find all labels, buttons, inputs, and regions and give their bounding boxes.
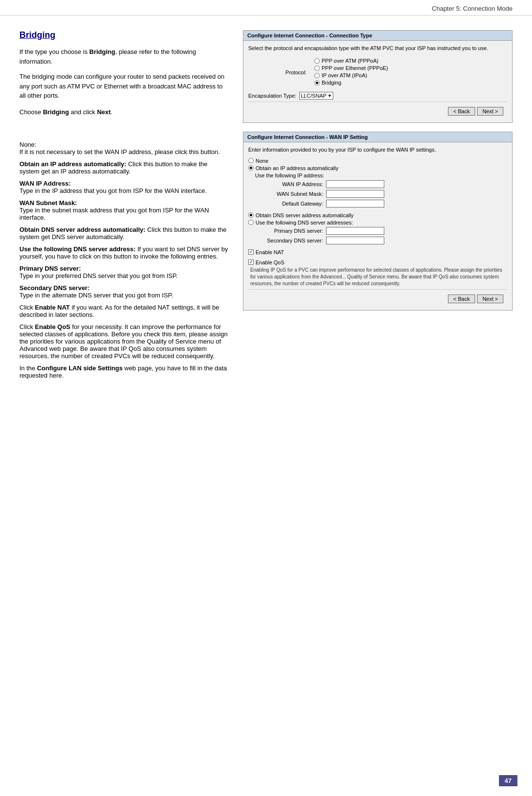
encap-arrow-icon: ▼	[327, 93, 332, 98]
enable-qos-checkbox-label: Enable QoS	[256, 260, 284, 265]
wan-ip-input-row: WAN IP Address:	[255, 180, 507, 188]
wan-subnet-input[interactable]	[326, 190, 384, 198]
wan-subnet-input-row: WAN Subnet Mask:	[255, 190, 507, 198]
obtain-ip-term: Obtain an IP address automatically:	[19, 160, 126, 168]
wan-subnet-section: WAN Subnet Mask:Type in the subnet mask …	[19, 199, 228, 221]
secondary-dns-field-label: Secondary DNS server:	[255, 238, 323, 243]
primary-dns-input-row: Primary DNS server:	[255, 227, 507, 235]
click-enable-nat-pre: Click	[19, 304, 35, 311]
panel1-back-button[interactable]: < Back	[448, 107, 475, 116]
wan-ip-panel: Configure Internet Connection - WAN IP S…	[243, 132, 513, 310]
use-dns-section: Use the following DNS server address: If…	[19, 245, 228, 260]
click-enable-qos-pre: Click	[19, 323, 35, 330]
none-body: If it is not necessary to set the WAN IP…	[19, 148, 220, 156]
protocol-row: Protocol: PPP over ATM (PPPoA) PPP over …	[248, 56, 507, 89]
enable-nat-section: Click Enable NAT if you want. As for the…	[19, 304, 228, 318]
obtain-dns-term: Obtain DNS server address automatically:	[19, 226, 145, 233]
chapter-title: Chapter 5: Connection Mode	[432, 5, 513, 12]
pppoe-option[interactable]: PPP over Ethernet (PPPoE)	[314, 65, 388, 71]
configure-lan-section: In the Configure LAN side Settings web p…	[19, 364, 228, 379]
left-column: Bridging If the type you choose is Bridg…	[19, 30, 228, 384]
secondary-dns-input[interactable]	[326, 237, 384, 244]
choose-bold1: Bridging	[43, 108, 69, 116]
obtain-ip-section: Obtain an IP address automatically: Clic…	[19, 160, 228, 175]
none-wan-radio[interactable]	[248, 158, 254, 163]
enable-nat-checkbox[interactable]	[248, 249, 254, 255]
primary-dns-body: Type in your preferred DNS server that y…	[19, 272, 178, 279]
use-dns-term: Use the following DNS server address:	[19, 245, 136, 253]
use-following-ip-label: Use the following IP address:	[255, 173, 507, 178]
primary-dns-field-label: Primary DNS server:	[255, 228, 323, 234]
enable-qos-checkbox-row[interactable]: Enable QoS	[248, 260, 507, 265]
none-term: None:	[19, 141, 36, 148]
obtain-ip-label: Obtain an IP address automatically	[256, 165, 338, 171]
choose-mid: and click	[69, 108, 97, 116]
obtain-dns-label: Obtain DNS server address automatically	[256, 212, 354, 218]
obtain-dns-option[interactable]: Obtain DNS server address automatically	[248, 212, 507, 218]
obtain-dns-radio[interactable]	[248, 212, 254, 218]
choose-end: .	[111, 108, 113, 116]
connection-type-panel-title: Configure Internet Connection - Connecti…	[243, 31, 512, 41]
wan-subnet-body: Type in the subnet mask address that you…	[19, 207, 209, 221]
none-section: None:If it is not necessary to set the W…	[19, 141, 228, 156]
encap-row: Encapsulation Type: LLC/SNAP ▼	[248, 92, 507, 100]
ipoa-option[interactable]: IP over ATM (IPoA)	[314, 72, 388, 78]
none-wan-option[interactable]: None	[248, 158, 507, 164]
enable-nat-checkbox-label: Enable NAT	[256, 249, 284, 255]
primary-dns-input[interactable]	[326, 227, 384, 235]
default-gw-input[interactable]	[326, 200, 384, 208]
primary-dns-section: Primary DNS server:Type in your preferre…	[19, 265, 228, 279]
intro-bold: Bridging	[89, 48, 115, 55]
panel1-button-row: < Back Next >	[248, 104, 507, 119]
secondary-dns-section: Secondary DNS server:Type in the alterna…	[19, 284, 228, 299]
wan-subnet-term: WAN Subnet Mask:	[19, 199, 77, 207]
panel2-button-row: < Back Next >	[248, 292, 507, 306]
pppoa-option[interactable]: PPP over ATM (PPPoA)	[314, 58, 388, 64]
pppoa-radio[interactable]	[314, 58, 320, 64]
enable-qos-term: Enable QoS	[35, 323, 70, 330]
wan-ip-section: WAN IP Address:Type in the IP address th…	[19, 180, 228, 194]
encap-select[interactable]: LLC/SNAP ▼	[299, 92, 333, 100]
obtain-ip-radio[interactable]	[248, 165, 254, 171]
section-title: Bridging	[19, 30, 228, 40]
in-the-pre: In the	[19, 364, 37, 372]
pppoa-label: PPP over ATM (PPPoA)	[322, 58, 378, 64]
obtain-dns-section: Obtain DNS server address automatically:…	[19, 226, 228, 241]
pppoe-label: PPP over Ethernet (PPPoE)	[322, 65, 388, 71]
encap-label: Encapsulation Type:	[248, 93, 296, 99]
none-wan-label: None	[256, 158, 268, 164]
ipoa-label: IP over ATM (IPoA)	[322, 72, 367, 78]
bridging-radio[interactable]	[314, 80, 320, 86]
panel2-next-button[interactable]: Next >	[477, 294, 503, 303]
choose-pre: Choose	[19, 108, 43, 116]
bridging-label: Bridging	[322, 80, 341, 86]
enable-qos-checkbox[interactable]	[248, 260, 254, 265]
encap-value: LLC/SNAP	[301, 93, 326, 99]
protocol-label: Protocol:	[248, 69, 307, 75]
intro-text-pre: If the type you choose is	[19, 48, 89, 55]
qos-desc: Enabling IP QoS for a PVC can improve pe…	[250, 267, 507, 287]
enable-nat-term: Enable NAT	[35, 304, 70, 311]
bridging-option[interactable]: Bridging	[314, 80, 388, 86]
pppoe-radio[interactable]	[314, 66, 320, 71]
use-dns-radio[interactable]	[248, 220, 254, 225]
secondary-dns-input-row: Secondary DNS server:	[255, 237, 507, 244]
ipoa-radio[interactable]	[314, 73, 320, 78]
use-dns-option[interactable]: Use the following DNS server addresses:	[248, 220, 507, 225]
intro-paragraph: If the type you choose is Bridging, plea…	[19, 47, 228, 66]
wan-ip-desc: Enter information provided to you by you…	[248, 146, 507, 154]
connection-type-panel: Configure Internet Connection - Connecti…	[243, 30, 513, 123]
protocol-radio-group: PPP over ATM (PPPoA) PPP over Ethernet (…	[314, 58, 388, 87]
choose-text: Choose Bridging and click Next.	[19, 107, 228, 117]
obtain-ip-option[interactable]: Obtain an IP address automatically	[248, 165, 507, 171]
use-dns-label: Use the following DNS server addresses:	[256, 220, 353, 225]
default-gw-input-row: Default Gateway:	[255, 200, 507, 208]
panel2-back-button[interactable]: < Back	[448, 294, 475, 303]
wan-ip-input[interactable]	[326, 180, 384, 188]
panel1-next-button[interactable]: Next >	[477, 107, 503, 116]
wan-ip-term: WAN IP Address:	[19, 180, 70, 187]
enable-nat-checkbox-row[interactable]: Enable NAT	[248, 249, 507, 255]
right-column: Configure Internet Connection - Connecti…	[243, 30, 513, 384]
wan-ip-panel-title: Configure Internet Connection - WAN IP S…	[243, 132, 512, 142]
secondary-dns-term: Secondary DNS server:	[19, 284, 90, 292]
